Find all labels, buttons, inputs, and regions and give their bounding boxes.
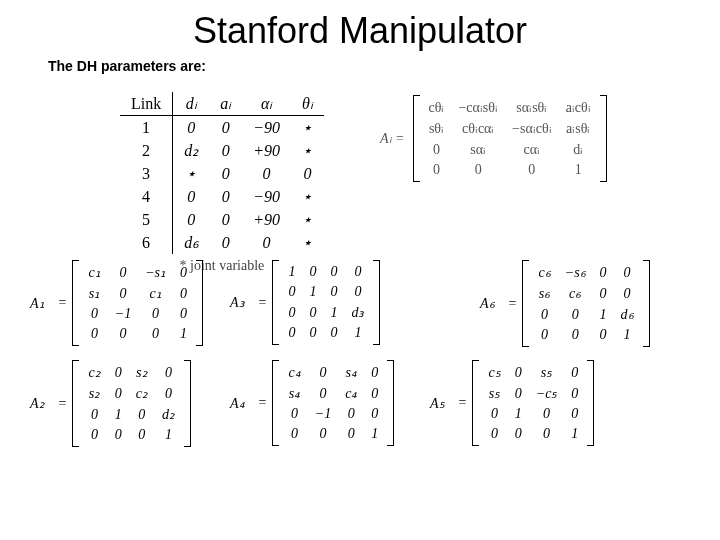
matrix-lhs: Aᵢ =: [380, 130, 405, 147]
matrix-cell: c₂: [129, 383, 155, 404]
matrix-cell: 0: [108, 324, 138, 344]
dh-header: aᵢ: [209, 92, 242, 116]
dh-cell: +90: [242, 139, 291, 162]
dh-cell: 3: [120, 162, 173, 185]
matrix-cell: 0: [564, 383, 585, 404]
dh-parameter-table: Link dᵢ aᵢ αᵢ θᵢ 100−90⋆2d₂0+90⋆3⋆000400…: [120, 92, 324, 274]
dh-cell: ⋆: [173, 162, 210, 185]
matrix-cell: 1: [364, 424, 385, 444]
matrix-lhs: A₆: [480, 295, 495, 312]
matrix-cell: 1: [508, 404, 529, 424]
dh-cell: 5: [120, 208, 173, 231]
matrix-cell: 0: [281, 302, 302, 323]
dh-cell: 0: [242, 162, 291, 185]
dh-cell: 4: [120, 185, 173, 208]
matrix-cell: 0: [593, 283, 614, 304]
matrix-cell: 0: [505, 160, 559, 180]
matrix-cell: 0: [281, 424, 307, 444]
matrix-cell: 0: [564, 362, 585, 383]
matrix-cell: −s₁: [138, 262, 173, 283]
matrix-cell: 0: [508, 362, 529, 383]
dh-cell: 6: [120, 231, 173, 254]
matrix-cell: 0: [323, 282, 344, 302]
matrix-cell: 0: [558, 325, 593, 345]
matrix-cell: 0: [108, 362, 129, 383]
matrix-cell: 1: [559, 160, 598, 180]
matrix-cell: cθᵢ: [422, 97, 452, 118]
page-title: Stanford Manipulator: [80, 10, 640, 52]
dh-header: θᵢ: [291, 92, 324, 116]
dh-cell: −90: [242, 116, 291, 140]
matrix-cell: 0: [138, 304, 173, 324]
matrix-cell: 0: [155, 383, 182, 404]
matrix-cell: 1: [614, 325, 641, 345]
dh-cell: ⋆: [291, 231, 324, 254]
matrix-cell: 0: [155, 362, 182, 383]
dh-cell: ⋆: [291, 139, 324, 162]
dh-cell: 0: [173, 185, 210, 208]
matrix-cell: 0: [129, 425, 155, 445]
matrix-lhs: A₂: [30, 395, 45, 412]
matrix-cell: 1: [323, 302, 344, 323]
matrix-cell: c₆: [558, 283, 593, 304]
matrix-cell: 0: [108, 262, 138, 283]
matrix-cell: 0: [344, 282, 371, 302]
matrix-cell: c₄: [338, 383, 364, 404]
matrix-cell: 0: [81, 324, 107, 344]
matrix-cell: 0: [302, 262, 323, 282]
matrix-cell: aᵢcθᵢ: [559, 97, 598, 118]
matrix-cell: 0: [281, 323, 302, 343]
dh-cell: 0: [173, 116, 210, 140]
matrix-a6: A₆=c₆−s₆00s₆c₆00001d₆0001: [480, 260, 650, 347]
matrix-cell: 0: [173, 283, 194, 304]
matrix-cell: 0: [422, 160, 452, 180]
matrix-cell: aᵢsθᵢ: [559, 118, 598, 139]
matrix-cell: −c₅: [529, 383, 565, 404]
dh-cell: 0: [173, 208, 210, 231]
dh-cell: 0: [209, 231, 242, 254]
matrix-cell: sαᵢ: [451, 139, 505, 160]
matrix-cell: 0: [614, 283, 641, 304]
dh-header: dᵢ: [173, 92, 210, 116]
matrix-cell: 0: [108, 383, 129, 404]
dh-cell: 0: [209, 185, 242, 208]
matrix-cell: 0: [281, 282, 302, 302]
matrix-cell: 0: [529, 404, 565, 424]
matrix-cell: 0: [529, 424, 565, 444]
dh-cell: 0: [209, 208, 242, 231]
matrix-cell: 0: [338, 424, 364, 444]
matrix-cell: 0: [129, 404, 155, 425]
matrix-cell: 0: [281, 404, 307, 424]
matrix-cell: d₃: [344, 302, 371, 323]
matrix-cell: 0: [614, 262, 641, 283]
matrix-cell: 0: [422, 139, 452, 160]
matrix-cell: sαᵢsθᵢ: [505, 97, 559, 118]
matrix-a4: A₄=c₄0s₄0s₄0c₄00−1000001: [230, 360, 394, 446]
matrix-a3: A₃=10000100001d₃0001: [230, 260, 380, 345]
matrix-cell: 0: [364, 362, 385, 383]
matrix-cell: 1: [155, 425, 182, 445]
matrix-cell: 0: [138, 324, 173, 344]
matrix-cell: dᵢ: [559, 139, 598, 160]
matrix-cell: c₄: [281, 362, 307, 383]
matrix-cell: 1: [302, 282, 323, 302]
matrix-cell: −1: [108, 304, 138, 324]
matrix-cell: 0: [481, 424, 507, 444]
matrix-cell: −1: [308, 404, 338, 424]
dh-cell: d₆: [173, 231, 210, 254]
matrix-cell: 0: [481, 404, 507, 424]
matrix-cell: s₄: [281, 383, 307, 404]
equals-sign: =: [59, 295, 67, 311]
matrix-cell: 0: [564, 404, 585, 424]
matrix-cell: s₆: [531, 283, 557, 304]
dh-cell: ⋆: [291, 116, 324, 140]
dh-cell: ⋆: [291, 185, 324, 208]
matrix-cell: 0: [364, 383, 385, 404]
matrix-cell: c₅: [481, 362, 507, 383]
dh-cell: ⋆: [291, 208, 324, 231]
matrix-cell: 0: [593, 262, 614, 283]
matrix-cell: 0: [531, 304, 557, 325]
matrix-lhs: A₁: [30, 295, 45, 312]
matrix-cell: cαᵢ: [505, 139, 559, 160]
matrix-cell: s₄: [338, 362, 364, 383]
